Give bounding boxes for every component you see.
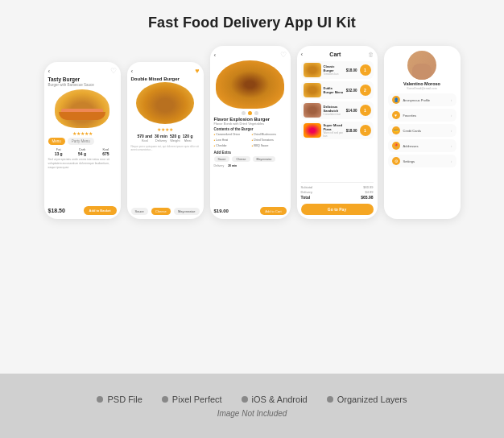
badge-layers-label: Organized Layers	[337, 395, 407, 404]
p3-ing-1: Caramelized Onion	[214, 132, 249, 137]
p3-dot-2[interactable]	[248, 111, 252, 115]
badge-dot-psd	[97, 396, 103, 403]
p2-burger-image	[136, 82, 194, 124]
p4-back-icon[interactable]: ‹	[301, 51, 304, 58]
p2-stat-meat: 120 gMeat	[183, 134, 193, 143]
p4-item-sub-1: Tomatoes bun	[324, 72, 344, 76]
p4-item-info-4: Super Mixed Pizza Warm roll and pan bun	[324, 123, 344, 138]
p3-footer: $19.00 Add to Cart	[214, 207, 287, 215]
p4-delete-icon[interactable]: 🗑	[368, 52, 374, 57]
p5-menu-favorites[interactable]: ♥ Favorites ›	[388, 109, 456, 122]
p5-cards-icon: 💳	[392, 126, 400, 134]
badge-psd-label: PSD File	[107, 395, 142, 404]
p3-delivery-label: Delivery	[214, 164, 225, 167]
p2-cheese-btn[interactable]: Cheese	[151, 208, 171, 215]
p3-dots	[214, 111, 287, 115]
p1-tab-menu[interactable]: Menu	[48, 138, 65, 145]
p4-cart-item-2: Dubla Burger Menu $32.00 2	[301, 81, 374, 99]
p4-delivery-label: Delivery	[301, 190, 312, 194]
p3-ing-5: Dried Tomatoes	[252, 138, 287, 143]
p4-item-qty-1[interactable]: 1	[360, 64, 371, 76]
phone-4: ‹ Cart 🗑 Classic Burger Tomatoes bun $18…	[297, 46, 378, 219]
p1-food-sub: Burger with Barbecue Sauce	[48, 83, 117, 87]
badge-ios: iOS & Android	[242, 395, 308, 404]
p2-stat-kcal: 570 andKcal	[137, 134, 152, 143]
p4-item-info-2: Dubla Burger Menu	[324, 86, 344, 94]
p2-back-icon[interactable]: ‹	[131, 68, 134, 75]
p5-menu-profile[interactable]: 👤 Anonymous Profile ›	[388, 93, 456, 106]
p3-ingredients: Caramelized Onion Low Heat Cheddar Dried…	[214, 132, 287, 149]
p4-item-qty-2[interactable]: 2	[360, 85, 371, 96]
p4-item-img-1	[304, 63, 321, 77]
p5-menu-addresses[interactable]: 📍 Addresses ›	[388, 139, 456, 152]
p3-fav-icon[interactable]: ♡	[280, 51, 287, 59]
p3-dot-3[interactable]	[254, 111, 258, 115]
badge-pixel: Pixel Perfect	[162, 395, 222, 404]
p4-item-name-3: Delicious Sandwich	[324, 105, 344, 113]
p5-menu-settings[interactable]: ⚙ Settings ›	[388, 155, 456, 167]
p3-burger-image	[216, 60, 284, 109]
p2-sauce-btn[interactable]: Sauce	[131, 208, 148, 215]
p5-avatar	[407, 51, 436, 80]
p1-macros: Fat13 g Carb54 g Kcal675	[48, 147, 117, 156]
p4-item-price-2: $32.00	[346, 89, 357, 93]
p2-stats: 570 andKcal 30 minDelivery 520 gWeight 1…	[131, 134, 200, 143]
p4-item-info-1: Classic Burger Tomatoes bun	[324, 64, 344, 76]
p3-delivery-time: 20 min	[228, 164, 237, 167]
p2-desc: Neque porro quisquam est, qui dolorem ip…	[131, 145, 200, 208]
p2-mayo-btn[interactable]: Mayonnaise	[174, 208, 200, 215]
badge-dot-ios	[242, 396, 248, 403]
favorite-icon[interactable]: ♡	[110, 67, 117, 75]
badge-psd: PSD File	[97, 395, 142, 404]
p3-extras: Sauce Cheese Mayonnaise	[214, 156, 287, 162]
p3-ing-left: Caramelized Onion Low Heat Cheddar	[214, 132, 249, 149]
p3-back-icon[interactable]: ‹	[214, 52, 217, 59]
back-icon[interactable]: ‹	[48, 68, 51, 75]
p3-desc-label: Contents of the Burger	[214, 127, 287, 131]
p4-item-img-4	[304, 123, 321, 138]
p4-item-name-2: Dubla Burger Menu	[324, 86, 344, 94]
badge-dot-layers	[327, 396, 333, 403]
p5-profile-icon: 👤	[392, 96, 400, 104]
p4-item-qty-4[interactable]: 1	[360, 125, 371, 136]
p1-tab-party[interactable]: Party Menu	[68, 138, 94, 145]
p4-item-qty-3[interactable]: 1	[360, 105, 371, 116]
phone-2: ‹ ♥ Double Mixed Burger ★★★★ 570 andKcal…	[127, 62, 204, 219]
p4-title: Cart	[329, 52, 341, 57]
p4-item-sub-4: Warm roll and pan bun	[324, 131, 344, 138]
p5-menu-cards[interactable]: 💳 Credit Cards ›	[388, 124, 456, 137]
p1-desc: Sed ut perspiciatis unde omnis iste natu…	[48, 158, 117, 204]
p3-add-btn[interactable]: Add to Cart	[260, 207, 286, 215]
p4-cart-item-3: Delicious Sandwich Consolation bun $14.0…	[301, 101, 374, 119]
p5-profile-label: Anonymous Profile	[403, 98, 448, 102]
p3-ing-2: Low Heat	[214, 138, 249, 143]
p3-dot-1[interactable]	[242, 111, 246, 115]
p1-header: ‹ ♡	[48, 67, 117, 75]
p5-addr-arrow: ›	[451, 143, 452, 148]
page-title: Fast Food Delivery App UI Kit	[148, 14, 356, 31]
p4-delivery-value: $4.99	[365, 190, 373, 194]
p3-extra-sauce[interactable]: Sauce	[214, 156, 230, 162]
p2-fav-icon[interactable]: ♥	[195, 67, 199, 75]
p5-settings-arrow: ›	[451, 159, 452, 163]
p3-delivery-row: Delivery 20 min	[214, 164, 287, 167]
p3-extra-mayo[interactable]: Mayonnaise	[253, 156, 276, 162]
p4-delivery-row: Delivery $4.99	[301, 190, 374, 194]
p2-stat-weight: 520 gWeight	[170, 134, 180, 143]
p4-totals: Subtotal $60.99 Delivery $4.99 Total $65…	[301, 182, 374, 200]
p5-settings-icon: ⚙	[392, 157, 400, 165]
p3-header: ‹ ♡	[214, 51, 287, 59]
p5-cards-label: Credit Cards	[403, 129, 448, 133]
p5-fav-arrow: ›	[451, 113, 452, 118]
p1-tabs: Menu Party Menu	[48, 138, 117, 145]
p4-pay-btn[interactable]: Go to Pay	[301, 204, 374, 215]
p4-item-name-4: Super Mixed Pizza	[324, 123, 344, 131]
p4-total-label: Total	[301, 195, 311, 200]
p1-add-btn[interactable]: Add to Basket	[84, 206, 117, 215]
phone-1: ‹ ♡ Tasty Burger Burger with Barbecue Sa…	[44, 62, 121, 219]
p4-subtotal-row: Subtotal $60.99	[301, 185, 374, 189]
p4-item-info-3: Delicious Sandwich Consolation bun	[324, 105, 344, 116]
p1-macro-kcal: Kcal675	[95, 147, 116, 156]
p3-extra-cheese[interactable]: Cheese	[232, 156, 250, 162]
p5-name: Valentino Moroso	[388, 81, 456, 86]
